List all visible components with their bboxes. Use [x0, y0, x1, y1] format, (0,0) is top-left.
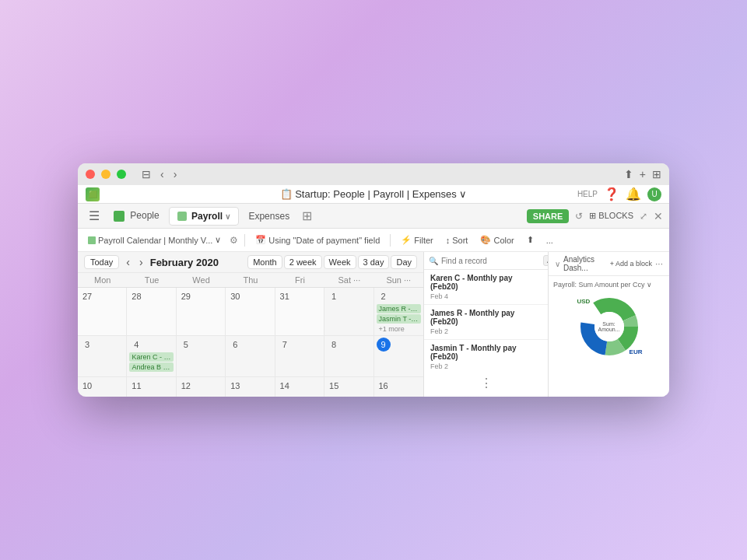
share-view-icon[interactable]: ⬆ — [523, 233, 538, 247]
records-panel: 🔍 All records ∨ ✕ Karen C - Monthly pay … — [424, 252, 549, 397]
refresh-icon[interactable]: ↺ — [575, 211, 583, 222]
cal-more[interactable]: +1 more — [377, 324, 421, 334]
forward-button[interactable]: › — [170, 168, 181, 180]
record-date: Feb 2 — [430, 327, 542, 335]
drag-handle[interactable]: ⋮ — [480, 376, 493, 390]
payroll-tab-icon — [177, 212, 187, 221]
date-field-selector[interactable]: 📅 Using "Date of payment" field — [251, 233, 384, 247]
cal-cell-13[interactable]: 13 — [226, 377, 275, 397]
cal-cell-28[interactable]: 28 — [127, 288, 176, 335]
cal-cell-30[interactable]: 30 — [226, 288, 275, 335]
cal-cell-16[interactable]: 16 — [374, 377, 423, 397]
cal-cell-1[interactable]: 1 — [324, 288, 374, 335]
day-number: 13 — [228, 379, 242, 393]
cal-event[interactable]: Andrea B - Mo... — [129, 362, 173, 372]
upload-icon[interactable]: ⬆ — [624, 168, 633, 180]
more-options[interactable]: ... — [542, 234, 557, 247]
user-avatar[interactable]: U — [647, 187, 661, 201]
month-view-btn[interactable]: Month — [247, 255, 282, 269]
page-title: 📋 Startup: People | Payroll | Expenses ∨ — [280, 188, 468, 200]
day-number: 3 — [80, 338, 94, 352]
cal-event[interactable]: Jasmin T - Mo... — [377, 314, 421, 324]
usd-label: USD — [577, 298, 591, 305]
cal-cell-8[interactable]: 8 — [324, 336, 374, 376]
bell-icon[interactable]: 🔔 — [626, 187, 641, 201]
tab-expenses[interactable]: Expenses — [240, 208, 297, 225]
maximize-button[interactable] — [117, 170, 126, 179]
view-dropdown-icon: ∨ — [215, 235, 221, 245]
cal-cell-4[interactable]: 4 Karen C - Mon... Andrea B - Mo... — [127, 336, 176, 376]
record-item-james[interactable]: James R - Monthly pay (Feb20) Feb 2 — [424, 305, 548, 340]
expand-icon[interactable]: ⤢ — [640, 211, 647, 222]
share-button[interactable]: SHARE — [527, 209, 570, 223]
day-number: 29 — [179, 289, 193, 303]
cal-cell-29[interactable]: 29 — [177, 288, 226, 335]
cal-cell-14[interactable]: 14 — [275, 377, 324, 397]
back-button[interactable]: ‹ — [157, 168, 167, 180]
day-number: 27 — [80, 289, 94, 303]
cal-cell-2[interactable]: 2 James R - Mo... Jasmin T - Mo... +1 mo… — [374, 288, 423, 335]
cal-cell-7[interactable]: 7 — [275, 336, 324, 376]
search-input[interactable] — [441, 257, 540, 265]
cal-event[interactable]: James R - Mo... — [377, 304, 421, 313]
day-number: 5 — [179, 338, 193, 352]
sort-button[interactable]: ↕ Sort — [442, 234, 472, 247]
analytics-toggle[interactable]: ∨ — [555, 260, 560, 268]
day-number: 12 — [179, 379, 193, 393]
prev-month-button[interactable]: ‹ — [124, 256, 132, 268]
grid-icon[interactable]: ⊞ — [652, 168, 661, 180]
pie-center-text: Sum: Amoun... — [591, 321, 626, 332]
add-tab-icon[interactable]: + — [640, 168, 646, 180]
settings-icon[interactable]: ⚙ — [230, 235, 238, 246]
cal-cell-11[interactable]: 11 — [127, 377, 176, 397]
cal-cell-5[interactable]: 5 — [177, 336, 226, 376]
menu-button[interactable]: ☰ — [84, 208, 104, 223]
blocks-button[interactable]: ⊞ BLOCKS — [589, 211, 633, 221]
filter-label: Filter — [414, 236, 433, 245]
add-block-button[interactable]: + Add a block — [610, 260, 652, 268]
day-header-tue: Tue — [127, 273, 176, 287]
week-view-btn[interactable]: Week — [324, 255, 356, 269]
day-number: 8 — [327, 338, 341, 352]
cal-cell-31[interactable]: 31 — [275, 288, 324, 335]
cal-cell-27[interactable]: 27 — [78, 288, 127, 335]
cal-cell-15[interactable]: 15 — [324, 377, 374, 397]
filter-button[interactable]: ⚡ Filter — [397, 233, 437, 247]
all-records-filter[interactable]: All records ∨ — [543, 255, 549, 266]
today-button[interactable]: Today — [84, 255, 119, 269]
minimize-button[interactable] — [101, 170, 110, 179]
analytics-content: Payroll: Sum Amount per Ccy ∨ — [549, 276, 669, 397]
day-view-btn[interactable]: Day — [391, 255, 417, 269]
tab-people[interactable]: People — [106, 207, 167, 225]
cal-cell-12[interactable]: 12 — [177, 377, 226, 397]
calendar-week-2: 3 4 Karen C - Mon... Andrea B - Mo... 5 … — [78, 336, 423, 377]
analytics-more-button[interactable]: ··· — [655, 258, 663, 269]
next-month-button[interactable]: › — [137, 256, 146, 268]
tab-payroll[interactable]: Payroll ∨ — [169, 207, 240, 226]
view-selector[interactable]: Payroll Calendar | Monthly V... ∨ — [84, 233, 225, 247]
record-item-jasmin[interactable]: Jasmin T - Monthly pay (Feb20) Feb 2 — [424, 340, 548, 369]
day-header-mon: Mon — [78, 273, 127, 287]
record-date: Feb 4 — [430, 292, 542, 300]
color-button[interactable]: 🎨 Color — [476, 233, 517, 247]
cal-cell-10[interactable]: 10 — [78, 377, 127, 397]
view-switcher: Month 2 week Week 3 day Day — [247, 255, 417, 269]
add-tab-button[interactable]: ⊞ — [299, 208, 315, 223]
help-icon[interactable]: ❓ — [604, 187, 619, 201]
cal-event[interactable]: Karen C - Mon... — [129, 352, 173, 362]
cal-cell-9-today[interactable]: 9 — [374, 336, 423, 376]
close-icon[interactable]: ✕ — [654, 210, 663, 222]
view-icon — [88, 236, 96, 244]
cal-cell-6[interactable]: 6 — [226, 336, 275, 376]
day-number: 16 — [377, 379, 391, 393]
day-number: 31 — [278, 289, 292, 303]
eur-label: EUR — [630, 348, 643, 355]
day-number-today: 9 — [377, 338, 391, 352]
three-day-view-btn[interactable]: 3 day — [358, 255, 390, 269]
sidebar-toggle[interactable]: ⊟ — [139, 168, 154, 180]
cal-cell-3[interactable]: 3 — [78, 336, 127, 376]
record-item-karen[interactable]: Karen C - Monthly pay (Feb20) Feb 4 — [424, 270, 548, 305]
close-button[interactable] — [86, 170, 95, 179]
payroll-dropdown-icon[interactable]: ∨ — [225, 212, 230, 221]
two-week-view-btn[interactable]: 2 week — [284, 255, 322, 269]
